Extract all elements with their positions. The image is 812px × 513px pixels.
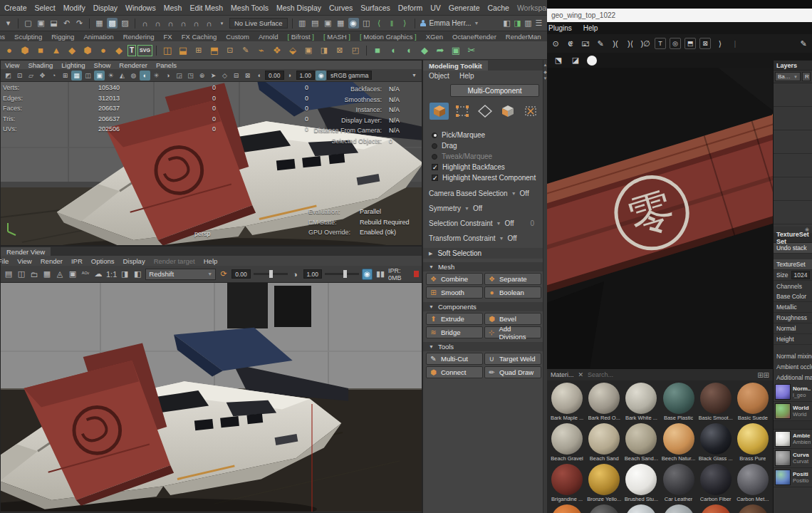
camera-based-selection-dropdown[interactable]: Camera Based Selection▼Off: [423, 186, 547, 201]
sp-size-pencil-icon[interactable]: ✎: [798, 38, 809, 49]
rv-snapshot-icon[interactable]: 🗀: [29, 269, 39, 280]
poly-cone-icon[interactable]: ▲: [49, 43, 63, 58]
sp-eraser-tool-icon[interactable]: 𝕰: [565, 38, 576, 49]
target-weld-shelf-icon[interactable]: ⬙: [286, 43, 300, 58]
shelf-tab-xgen[interactable]: XGen: [426, 33, 443, 41]
rv-render-region-icon[interactable]: ◫: [16, 269, 26, 280]
quad-draw-button[interactable]: ✏Quad Draw: [484, 366, 541, 378]
shelf-tab-motion-graphics[interactable]: Motion Graphics: [360, 33, 417, 41]
bevel-shelf-icon[interactable]: ⊡: [223, 43, 237, 58]
sp-brush-preview-icon[interactable]: [587, 56, 597, 66]
shelf-tab-custom[interactable]: Custom: [226, 33, 249, 41]
lasso-tool-icon[interactable]: ▩: [107, 18, 118, 28]
textureset-name[interactable]: TextureSet: [774, 259, 812, 270]
vp-gamma-icon[interactable]: ◗: [285, 71, 296, 81]
hypershade-icon[interactable]: ▤: [310, 18, 321, 28]
material-swatch[interactable]: Basic Suede: [734, 383, 771, 423]
snap-grid-icon[interactable]: ∩: [140, 18, 150, 28]
vp-isolate-icon[interactable]: ◲: [174, 71, 184, 81]
rv-colorspace-button[interactable]: ◉: [362, 269, 373, 280]
vp-exposure-icon[interactable]: ◖: [254, 71, 264, 81]
channel-height[interactable]: Height: [774, 334, 812, 345]
material-swatch[interactable]: Bark White ...: [623, 383, 660, 423]
material-swatch[interactable]: Beach Sand: [585, 423, 623, 464]
menu-windows[interactable]: Windows: [125, 4, 156, 12]
paused-eval-close-icon[interactable]: ⟩: [400, 18, 410, 28]
vp-depth-peel-icon[interactable]: ◑: [162, 71, 173, 81]
sp-3d-view-icon[interactable]: ⬒: [685, 38, 696, 49]
channel-selector[interactable]: Base Col ▼: [775, 72, 801, 81]
normal-mixing-row[interactable]: Normal mixing: [774, 351, 812, 361]
vp-shadows-icon[interactable]: ◭: [117, 71, 127, 81]
shelf-tab-bifrost[interactable]: Bifrost: [287, 33, 314, 41]
material-swatch[interactable]: Basic Smoot...: [697, 383, 734, 423]
undo-icon[interactable]: ↶: [61, 18, 72, 28]
menu-set-selector-icon[interactable]: ▾: [3, 18, 14, 28]
goz-all-icon[interactable]: ■: [370, 43, 385, 58]
sp-material-picker-icon[interactable]: )∅: [640, 38, 651, 49]
close-icon[interactable]: ✕: [578, 371, 584, 378]
shelf-tab-animation[interactable]: Animation: [83, 33, 113, 41]
shelf-tab-fx-caching[interactable]: FX Caching: [182, 33, 217, 41]
map-normal[interactable]: Norm...l_geo: [774, 383, 812, 402]
user-account-chip[interactable]: Emma Herr... ▼: [420, 19, 479, 27]
rv-remove-image-icon[interactable]: ◧: [132, 269, 142, 280]
redo-icon[interactable]: ↷: [74, 18, 85, 28]
chevron-down-icon[interactable]: ▼: [409, 71, 420, 81]
combine-button[interactable]: ❖Combine: [426, 273, 483, 285]
tk-menu-help[interactable]: Help: [459, 72, 474, 80]
map-world-space[interactable]: WorldWorld: [774, 402, 812, 421]
vp-snap-icon[interactable]: ◇: [219, 71, 230, 81]
sp-smudge-tool-icon[interactable]: )(: [610, 38, 621, 49]
vp-xray-icon[interactable]: ◳: [185, 71, 196, 81]
shelf-tab-rendering[interactable]: Rendering: [123, 33, 155, 41]
rv-render-settings-icon[interactable]: ▣: [68, 269, 78, 280]
material-swatch[interactable]: [734, 504, 771, 513]
sp-text-resource-icon[interactable]: T: [655, 38, 666, 49]
layer-editor-toggle-icon[interactable]: ☰: [533, 18, 544, 28]
highlight-backfaces-checkbox[interactable]: ✓ Highlight Backfaces: [423, 162, 547, 172]
channel-selector-partial[interactable]: R: [802, 72, 811, 81]
lattice-shelf-icon[interactable]: ⊠: [333, 43, 347, 58]
vp-menu-show[interactable]: Show: [94, 61, 111, 69]
selection-constraint-dropdown[interactable]: Selection Constraint▼Off 0: [423, 216, 547, 231]
vp-menu-renderer[interactable]: Renderer: [119, 61, 147, 69]
tools-section-header[interactable]: ▼ Tools: [423, 342, 547, 351]
vp-menu-view[interactable]: View: [5, 61, 19, 69]
goz-visible-icon[interactable]: ◖: [402, 43, 416, 58]
sp-projection-tool-icon[interactable]: 🖃: [580, 38, 591, 49]
material-swatch[interactable]: Bronze Yello...: [585, 464, 623, 504]
rv-refresh-ipr-icon[interactable]: ◬: [55, 269, 65, 280]
combine-shelf-icon[interactable]: ◫: [160, 43, 175, 58]
ipr-render-icon[interactable]: ▦: [335, 18, 346, 28]
viewport-3d-canvas[interactable]: Verts:10534000 Edges:31201300 Faces:2066…: [1, 82, 422, 245]
bridge-button[interactable]: ≋Bridge: [426, 326, 483, 338]
undo-stack-button[interactable]: Undo stack: [774, 243, 812, 254]
sp-polygon-fill-icon[interactable]: ✎: [595, 38, 606, 49]
live-surface-field[interactable]: No Live Surface: [229, 18, 288, 28]
sp-paint-tool-icon[interactable]: ⊙: [550, 38, 561, 49]
material-swatch[interactable]: Black Glass ...: [697, 423, 734, 464]
object-mode-button[interactable]: [430, 103, 449, 120]
shelf-tab-fx[interactable]: FX: [164, 33, 172, 41]
vp-grease-pencil-icon[interactable]: ⊠: [242, 71, 253, 81]
menu-modify[interactable]: Modify: [63, 4, 85, 12]
transform-constraint-dropdown[interactable]: Transform Constraint▼Off: [423, 231, 547, 246]
poly-torus-icon[interactable]: ◆: [65, 43, 79, 58]
open-scene-icon[interactable]: ▣: [36, 18, 46, 28]
rv-menu-file[interactable]: File: [0, 257, 9, 265]
poly-disc-icon[interactable]: ●: [96, 43, 110, 58]
uv-mode-button[interactable]: [521, 103, 540, 120]
snap-point-icon[interactable]: ∩: [165, 18, 176, 28]
menu-mesh[interactable]: Mesh: [164, 4, 182, 12]
size-value-select[interactable]: 1024: [791, 271, 811, 279]
vertex-mode-button[interactable]: [452, 103, 472, 120]
vp-colorspace-value[interactable]: sRGB gamma: [327, 71, 372, 80]
snap-surface-icon[interactable]: ∩: [204, 18, 214, 28]
sp-2d-view-icon[interactable]: ⊠: [699, 38, 711, 49]
mesh-section-header[interactable]: ▼ Mesh: [423, 262, 547, 271]
rv-cloud-icon[interactable]: ☁: [93, 269, 103, 280]
poly-sphere-icon[interactable]: ●: [2, 43, 16, 58]
rv-gamma-value[interactable]: 1.00: [303, 269, 323, 279]
paint-select-icon[interactable]: ▨: [120, 18, 130, 28]
